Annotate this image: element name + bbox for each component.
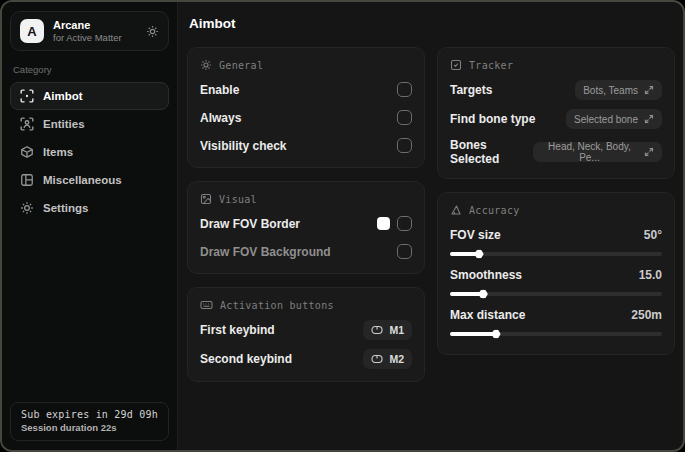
- slider-value: 250m: [631, 308, 662, 322]
- checkbox-visibility-check[interactable]: [397, 138, 412, 153]
- subscription-info: Sub expires in 29d 09h Session duration …: [10, 402, 169, 441]
- checkbox-draw-fov-border[interactable]: [397, 216, 412, 231]
- setting-label: Draw FOV Border: [200, 217, 300, 231]
- visual-card-header: Visual: [200, 193, 412, 205]
- expand-icon: [644, 85, 654, 95]
- brand-text: Arcane for Active Matter: [53, 19, 137, 44]
- targets-select[interactable]: Bots, Teams: [575, 80, 662, 100]
- setting-row: Find bone type Selected bone: [450, 109, 662, 129]
- fov-border-color-swatch[interactable]: [377, 217, 390, 230]
- first-keybind-button[interactable]: M1: [363, 320, 412, 340]
- app-subtitle: for Active Matter: [53, 32, 137, 44]
- find-bone-type-select[interactable]: Selected bone: [566, 109, 662, 129]
- sidebar-item-label: Aimbot: [43, 90, 83, 102]
- slider-thumb[interactable]: [479, 290, 488, 299]
- sidebar-item-label: Miscellaneous: [43, 174, 122, 186]
- keybind-value: M1: [389, 324, 404, 336]
- slider-group: FOV size 50°: [450, 225, 662, 256]
- sidebar: A Arcane for Active Matter Category: [2, 2, 178, 450]
- card-title-label: Tracker: [469, 60, 513, 71]
- fov-size-slider[interactable]: [450, 252, 662, 256]
- slider-value: 15.0: [639, 268, 662, 282]
- accuracy-card-header: Accuracy: [450, 204, 662, 216]
- setting-row: First keybind M1: [200, 320, 412, 340]
- right-column: Tracker Targets Bots, Teams: [437, 47, 675, 368]
- setting-label: Targets: [450, 83, 492, 97]
- setting-label: FOV size: [450, 228, 501, 242]
- angle-icon: [450, 204, 462, 216]
- tracker-card: Tracker Targets Bots, Teams: [437, 47, 675, 179]
- gear-icon[interactable]: [146, 25, 159, 38]
- checkbox-draw-fov-background[interactable]: [397, 244, 412, 259]
- setting-label: Draw FOV Background: [200, 245, 331, 259]
- card-title-label: General: [219, 60, 263, 71]
- keybind-value: M2: [389, 353, 404, 365]
- activation-card-header: Activation buttons: [200, 299, 412, 311]
- setting-row: Enable: [200, 80, 412, 99]
- cube-icon: [20, 145, 34, 159]
- max-distance-slider[interactable]: [450, 332, 662, 336]
- general-card-header: General: [200, 59, 412, 71]
- activation-card: Activation buttons First keybind M1: [187, 287, 425, 382]
- slider-thumb[interactable]: [475, 250, 484, 259]
- app-logo: A: [20, 19, 44, 43]
- page-title: Aimbot: [189, 16, 675, 31]
- visual-card: Visual Draw FOV Border Draw FOV Backgrou…: [187, 181, 425, 274]
- setting-row: FOV size 50°: [450, 225, 662, 244]
- expand-icon: [644, 147, 654, 157]
- crosshair-scan-icon: [20, 89, 34, 103]
- general-card: General Enable Always Visibility check: [187, 47, 425, 168]
- gear-icon: [20, 201, 34, 215]
- sidebar-item-entities[interactable]: Entities: [10, 110, 169, 138]
- setting-row: Targets Bots, Teams: [450, 80, 662, 100]
- sidebar-item-label: Settings: [43, 202, 88, 214]
- sidebar-item-label: Entities: [43, 118, 85, 130]
- entities-scan-icon: [20, 117, 34, 131]
- checkbox-enable[interactable]: [397, 82, 412, 97]
- setting-label: Visibility check: [200, 139, 287, 153]
- setting-row: Bones Selected Head, Neck, Body, Pe...: [450, 138, 662, 166]
- slider-fill: [450, 252, 480, 256]
- second-keybind-button[interactable]: M2: [363, 349, 412, 369]
- setting-row: Visibility check: [200, 136, 412, 155]
- app-title: Arcane: [53, 19, 137, 32]
- slider-value: 50°: [644, 228, 662, 242]
- select-value: Head, Neck, Body, Pe...: [541, 141, 638, 163]
- setting-label: Smoothness: [450, 268, 522, 282]
- setting-label: Second keybind: [200, 352, 292, 366]
- sidebar-item-label: Items: [43, 146, 73, 158]
- sub-expires-text: Sub expires in 29d 09h: [21, 409, 158, 420]
- keyboard-icon: [200, 299, 213, 311]
- setting-row: Max distance 250m: [450, 305, 662, 324]
- target-box-icon: [450, 59, 462, 71]
- slider-group: Max distance 250m: [450, 305, 662, 336]
- accuracy-card: Accuracy FOV size 50°: [437, 192, 675, 355]
- setting-label: First keybind: [200, 323, 275, 337]
- app-window: A Arcane for Active Matter Category: [0, 0, 685, 452]
- card-title-label: Visual: [219, 194, 257, 205]
- checkbox-always[interactable]: [397, 110, 412, 125]
- sidebar-item-miscellaneous[interactable]: Miscellaneous: [10, 166, 169, 194]
- slider-fill: [450, 292, 484, 296]
- select-value: Selected bone: [574, 114, 638, 125]
- sidebar-item-items[interactable]: Items: [10, 138, 169, 166]
- layout-icon: [20, 173, 34, 187]
- main-content: Aimbot General: [178, 2, 685, 450]
- mouse-icon: [371, 325, 383, 335]
- sidebar-item-settings[interactable]: Settings: [10, 194, 169, 222]
- slider-thumb[interactable]: [492, 330, 501, 339]
- card-title-label: Activation buttons: [220, 300, 334, 311]
- tracker-card-header: Tracker: [450, 59, 662, 71]
- gear-icon: [200, 59, 212, 71]
- smoothness-slider[interactable]: [450, 292, 662, 296]
- slider-group: Smoothness 15.0: [450, 265, 662, 296]
- setting-label: Find bone type: [450, 112, 535, 126]
- setting-label: Max distance: [450, 308, 525, 322]
- sidebar-item-aimbot[interactable]: Aimbot: [10, 82, 169, 110]
- slider-fill: [450, 332, 497, 336]
- select-value: Bots, Teams: [583, 85, 638, 96]
- bones-selected-select[interactable]: Head, Neck, Body, Pe...: [533, 142, 662, 162]
- expand-icon: [644, 114, 654, 124]
- setting-label: Enable: [200, 83, 239, 97]
- setting-row: Always: [200, 108, 412, 127]
